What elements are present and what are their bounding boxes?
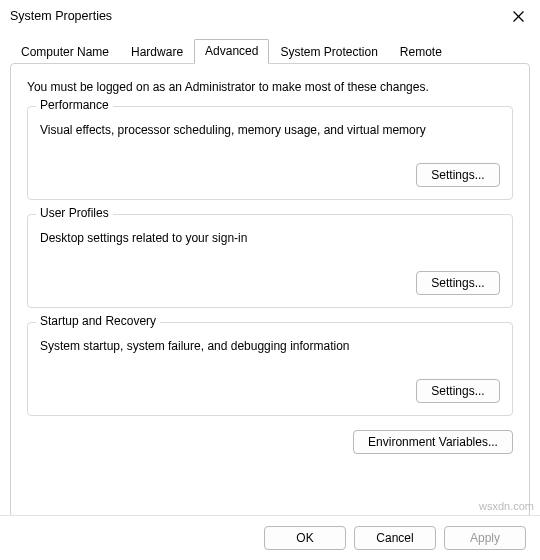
group-user-profiles: User Profiles Desktop settings related t…	[27, 214, 513, 308]
group-performance-desc: Visual effects, processor scheduling, me…	[40, 123, 500, 137]
tab-system-protection[interactable]: System Protection	[269, 40, 388, 64]
group-startup-recovery-desc: System startup, system failure, and debu…	[40, 339, 500, 353]
title-bar: System Properties	[0, 0, 540, 32]
performance-settings-button[interactable]: Settings...	[416, 163, 500, 187]
admin-notice: You must be logged on as an Administrato…	[27, 80, 513, 94]
group-user-profiles-desc: Desktop settings related to your sign-in	[40, 231, 500, 245]
user-profiles-settings-button[interactable]: Settings...	[416, 271, 500, 295]
tab-remote[interactable]: Remote	[389, 40, 453, 64]
group-performance: Performance Visual effects, processor sc…	[27, 106, 513, 200]
ok-button[interactable]: OK	[264, 526, 346, 550]
close-icon	[513, 11, 524, 22]
startup-recovery-settings-button[interactable]: Settings...	[416, 379, 500, 403]
group-performance-legend: Performance	[36, 98, 113, 112]
tab-computer-name[interactable]: Computer Name	[10, 40, 120, 64]
group-startup-recovery-legend: Startup and Recovery	[36, 314, 160, 328]
environment-variables-button[interactable]: Environment Variables...	[353, 430, 513, 454]
group-user-profiles-legend: User Profiles	[36, 206, 113, 220]
tab-panel-advanced: You must be logged on as an Administrato…	[10, 63, 530, 517]
apply-button[interactable]: Apply	[444, 526, 526, 550]
close-button[interactable]	[504, 6, 532, 26]
window-title: System Properties	[10, 9, 112, 23]
group-startup-recovery: Startup and Recovery System startup, sys…	[27, 322, 513, 416]
dialog-button-bar: OK Cancel Apply	[0, 515, 540, 560]
tab-hardware[interactable]: Hardware	[120, 40, 194, 64]
tab-strip: Computer Name Hardware Advanced System P…	[0, 38, 540, 63]
tab-advanced[interactable]: Advanced	[194, 39, 269, 64]
cancel-button[interactable]: Cancel	[354, 526, 436, 550]
